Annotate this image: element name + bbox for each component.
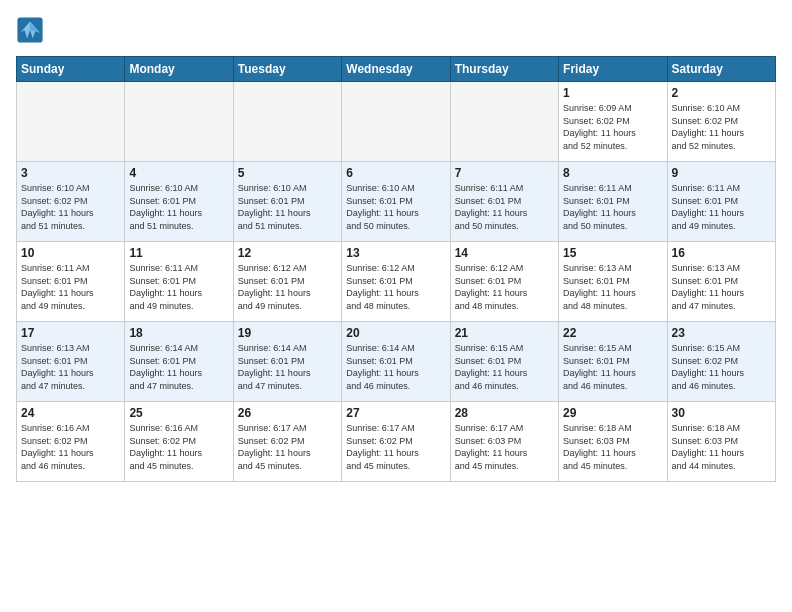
calendar-cell: 27Sunrise: 6:17 AMSunset: 6:02 PMDayligh… — [342, 402, 450, 482]
day-number: 22 — [563, 326, 662, 340]
day-number: 23 — [672, 326, 771, 340]
day-info: Sunrise: 6:10 AMSunset: 6:02 PMDaylight:… — [672, 102, 771, 152]
day-number: 6 — [346, 166, 445, 180]
day-info: Sunrise: 6:15 AMSunset: 6:01 PMDaylight:… — [563, 342, 662, 392]
calendar-cell: 7Sunrise: 6:11 AMSunset: 6:01 PMDaylight… — [450, 162, 558, 242]
day-info: Sunrise: 6:11 AMSunset: 6:01 PMDaylight:… — [672, 182, 771, 232]
day-number: 24 — [21, 406, 120, 420]
calendar-cell — [17, 82, 125, 162]
day-number: 9 — [672, 166, 771, 180]
day-info: Sunrise: 6:10 AMSunset: 6:01 PMDaylight:… — [238, 182, 337, 232]
day-info: Sunrise: 6:11 AMSunset: 6:01 PMDaylight:… — [455, 182, 554, 232]
weekday-header: Thursday — [450, 57, 558, 82]
calendar-cell: 25Sunrise: 6:16 AMSunset: 6:02 PMDayligh… — [125, 402, 233, 482]
day-info: Sunrise: 6:10 AMSunset: 6:02 PMDaylight:… — [21, 182, 120, 232]
calendar-cell: 26Sunrise: 6:17 AMSunset: 6:02 PMDayligh… — [233, 402, 341, 482]
day-number: 17 — [21, 326, 120, 340]
calendar-week-row: 1Sunrise: 6:09 AMSunset: 6:02 PMDaylight… — [17, 82, 776, 162]
day-info: Sunrise: 6:17 AMSunset: 6:02 PMDaylight:… — [238, 422, 337, 472]
day-number: 3 — [21, 166, 120, 180]
calendar-cell: 8Sunrise: 6:11 AMSunset: 6:01 PMDaylight… — [559, 162, 667, 242]
day-number: 12 — [238, 246, 337, 260]
calendar-cell: 4Sunrise: 6:10 AMSunset: 6:01 PMDaylight… — [125, 162, 233, 242]
calendar-cell: 11Sunrise: 6:11 AMSunset: 6:01 PMDayligh… — [125, 242, 233, 322]
day-info: Sunrise: 6:11 AMSunset: 6:01 PMDaylight:… — [563, 182, 662, 232]
calendar-cell: 18Sunrise: 6:14 AMSunset: 6:01 PMDayligh… — [125, 322, 233, 402]
day-info: Sunrise: 6:17 AMSunset: 6:03 PMDaylight:… — [455, 422, 554, 472]
calendar-cell: 3Sunrise: 6:10 AMSunset: 6:02 PMDaylight… — [17, 162, 125, 242]
day-info: Sunrise: 6:14 AMSunset: 6:01 PMDaylight:… — [346, 342, 445, 392]
logo — [16, 16, 46, 44]
day-number: 19 — [238, 326, 337, 340]
calendar-cell: 24Sunrise: 6:16 AMSunset: 6:02 PMDayligh… — [17, 402, 125, 482]
day-info: Sunrise: 6:14 AMSunset: 6:01 PMDaylight:… — [129, 342, 228, 392]
day-info: Sunrise: 6:13 AMSunset: 6:01 PMDaylight:… — [563, 262, 662, 312]
calendar-cell: 12Sunrise: 6:12 AMSunset: 6:01 PMDayligh… — [233, 242, 341, 322]
day-number: 1 — [563, 86, 662, 100]
calendar-week-row: 24Sunrise: 6:16 AMSunset: 6:02 PMDayligh… — [17, 402, 776, 482]
day-info: Sunrise: 6:18 AMSunset: 6:03 PMDaylight:… — [563, 422, 662, 472]
day-number: 15 — [563, 246, 662, 260]
day-info: Sunrise: 6:10 AMSunset: 6:01 PMDaylight:… — [129, 182, 228, 232]
day-number: 5 — [238, 166, 337, 180]
calendar-cell: 13Sunrise: 6:12 AMSunset: 6:01 PMDayligh… — [342, 242, 450, 322]
day-info: Sunrise: 6:18 AMSunset: 6:03 PMDaylight:… — [672, 422, 771, 472]
calendar-cell — [342, 82, 450, 162]
day-info: Sunrise: 6:12 AMSunset: 6:01 PMDaylight:… — [238, 262, 337, 312]
day-info: Sunrise: 6:16 AMSunset: 6:02 PMDaylight:… — [129, 422, 228, 472]
calendar-header-row: SundayMondayTuesdayWednesdayThursdayFrid… — [17, 57, 776, 82]
calendar-cell: 17Sunrise: 6:13 AMSunset: 6:01 PMDayligh… — [17, 322, 125, 402]
calendar-week-row: 3Sunrise: 6:10 AMSunset: 6:02 PMDaylight… — [17, 162, 776, 242]
day-number: 7 — [455, 166, 554, 180]
calendar-cell: 9Sunrise: 6:11 AMSunset: 6:01 PMDaylight… — [667, 162, 775, 242]
weekday-header: Friday — [559, 57, 667, 82]
day-info: Sunrise: 6:11 AMSunset: 6:01 PMDaylight:… — [21, 262, 120, 312]
weekday-header: Monday — [125, 57, 233, 82]
calendar-cell: 19Sunrise: 6:14 AMSunset: 6:01 PMDayligh… — [233, 322, 341, 402]
weekday-header: Sunday — [17, 57, 125, 82]
day-info: Sunrise: 6:13 AMSunset: 6:01 PMDaylight:… — [672, 262, 771, 312]
calendar-cell: 1Sunrise: 6:09 AMSunset: 6:02 PMDaylight… — [559, 82, 667, 162]
day-number: 27 — [346, 406, 445, 420]
day-info: Sunrise: 6:09 AMSunset: 6:02 PMDaylight:… — [563, 102, 662, 152]
day-info: Sunrise: 6:11 AMSunset: 6:01 PMDaylight:… — [129, 262, 228, 312]
calendar-cell: 16Sunrise: 6:13 AMSunset: 6:01 PMDayligh… — [667, 242, 775, 322]
day-number: 20 — [346, 326, 445, 340]
calendar-cell: 28Sunrise: 6:17 AMSunset: 6:03 PMDayligh… — [450, 402, 558, 482]
calendar-cell: 23Sunrise: 6:15 AMSunset: 6:02 PMDayligh… — [667, 322, 775, 402]
day-number: 13 — [346, 246, 445, 260]
page: SundayMondayTuesdayWednesdayThursdayFrid… — [0, 0, 792, 492]
day-info: Sunrise: 6:13 AMSunset: 6:01 PMDaylight:… — [21, 342, 120, 392]
day-info: Sunrise: 6:14 AMSunset: 6:01 PMDaylight:… — [238, 342, 337, 392]
day-number: 11 — [129, 246, 228, 260]
logo-icon — [16, 16, 44, 44]
calendar-cell — [450, 82, 558, 162]
day-info: Sunrise: 6:10 AMSunset: 6:01 PMDaylight:… — [346, 182, 445, 232]
day-number: 8 — [563, 166, 662, 180]
day-number: 4 — [129, 166, 228, 180]
calendar-week-row: 17Sunrise: 6:13 AMSunset: 6:01 PMDayligh… — [17, 322, 776, 402]
weekday-header: Wednesday — [342, 57, 450, 82]
day-number: 2 — [672, 86, 771, 100]
calendar-cell: 30Sunrise: 6:18 AMSunset: 6:03 PMDayligh… — [667, 402, 775, 482]
calendar-cell: 21Sunrise: 6:15 AMSunset: 6:01 PMDayligh… — [450, 322, 558, 402]
day-number: 25 — [129, 406, 228, 420]
day-info: Sunrise: 6:12 AMSunset: 6:01 PMDaylight:… — [455, 262, 554, 312]
calendar-cell — [125, 82, 233, 162]
day-number: 18 — [129, 326, 228, 340]
calendar-cell: 20Sunrise: 6:14 AMSunset: 6:01 PMDayligh… — [342, 322, 450, 402]
header — [16, 16, 776, 44]
calendar-cell: 29Sunrise: 6:18 AMSunset: 6:03 PMDayligh… — [559, 402, 667, 482]
calendar-cell: 10Sunrise: 6:11 AMSunset: 6:01 PMDayligh… — [17, 242, 125, 322]
calendar-cell: 5Sunrise: 6:10 AMSunset: 6:01 PMDaylight… — [233, 162, 341, 242]
calendar-cell: 15Sunrise: 6:13 AMSunset: 6:01 PMDayligh… — [559, 242, 667, 322]
day-number: 14 — [455, 246, 554, 260]
day-info: Sunrise: 6:16 AMSunset: 6:02 PMDaylight:… — [21, 422, 120, 472]
calendar-cell — [233, 82, 341, 162]
calendar-cell: 2Sunrise: 6:10 AMSunset: 6:02 PMDaylight… — [667, 82, 775, 162]
day-number: 10 — [21, 246, 120, 260]
day-number: 28 — [455, 406, 554, 420]
calendar-cell: 14Sunrise: 6:12 AMSunset: 6:01 PMDayligh… — [450, 242, 558, 322]
calendar-week-row: 10Sunrise: 6:11 AMSunset: 6:01 PMDayligh… — [17, 242, 776, 322]
day-info: Sunrise: 6:15 AMSunset: 6:02 PMDaylight:… — [672, 342, 771, 392]
